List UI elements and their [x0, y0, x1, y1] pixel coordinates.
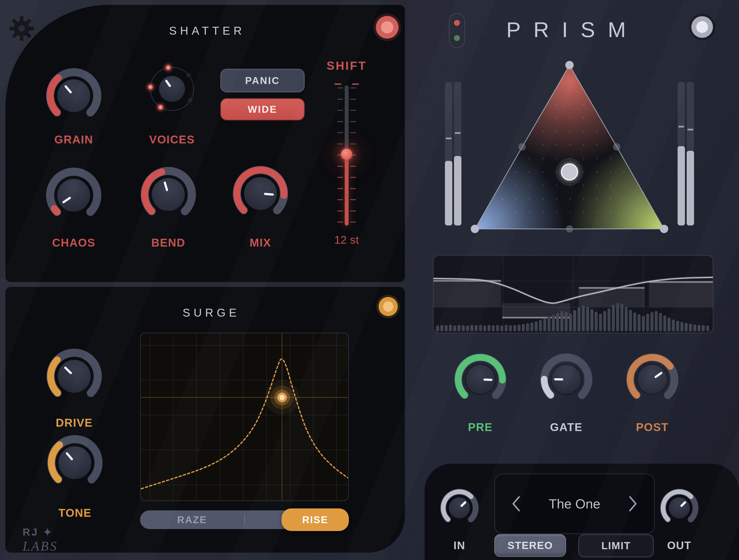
mix-label: MIX — [224, 236, 297, 249]
plugin-window: SHATTER GRAIN VOICES CHAOS BEND MIX PANI… — [0, 0, 739, 560]
wide-button[interactable]: WIDE — [220, 98, 305, 120]
mode-raze[interactable]: RAZE — [140, 510, 244, 529]
post-knob[interactable] — [625, 352, 679, 406]
shatter-power-led[interactable] — [374, 13, 401, 41]
bend-knob[interactable] — [140, 166, 196, 223]
drive-knob[interactable] — [46, 348, 103, 404]
status-dot-green — [454, 35, 460, 41]
mode-rise-active[interactable]: RISE — [282, 509, 349, 531]
mix-knob[interactable] — [232, 165, 289, 222]
prism-triangle-pad[interactable] — [440, 54, 700, 246]
in-label: IN — [432, 539, 486, 552]
prism-power-led[interactable] — [689, 14, 715, 40]
drive-label: DRIVE — [37, 416, 111, 429]
shatter-title: SHATTER — [133, 24, 281, 37]
shift-slider[interactable] — [334, 83, 359, 227]
filter-node[interactable] — [279, 395, 285, 400]
preset-selector[interactable]: The One — [494, 474, 655, 534]
chaos-knob[interactable] — [45, 167, 102, 223]
spectrum-analyzer — [433, 255, 714, 333]
shift-readout: 12 st — [310, 234, 384, 246]
voices-label: VOICES — [135, 133, 209, 146]
shatter-power-led-core — [381, 21, 393, 33]
gate-label: GATE — [530, 420, 603, 434]
in-knob[interactable] — [439, 487, 480, 529]
out-knob[interactable] — [659, 487, 700, 529]
limit-button[interactable]: LIMIT — [578, 534, 654, 557]
triangle-puck[interactable] — [561, 164, 578, 180]
shift-label: SHIFT — [310, 59, 384, 72]
pre-knob[interactable] — [453, 352, 507, 406]
status-dot-red — [454, 20, 460, 26]
preset-next-icon[interactable] — [626, 494, 639, 514]
grain-knob[interactable] — [45, 67, 102, 124]
settings-gear-icon[interactable] — [9, 16, 34, 41]
gate-knob[interactable] — [539, 352, 593, 406]
status-indicator — [449, 13, 465, 48]
pre-label: PRE — [443, 420, 517, 434]
surge-power-led-core — [383, 301, 393, 312]
chaos-label: CHAOS — [37, 236, 111, 249]
brand-logo: RJ ✦ LABS — [23, 526, 58, 554]
bend-label: BEND — [131, 236, 205, 249]
panic-button[interactable]: PANIC — [220, 69, 305, 92]
post-label: POST — [615, 420, 689, 434]
surge-title: SURGE — [138, 306, 285, 319]
voices-knob[interactable] — [144, 61, 200, 117]
prism-power-led-core — [696, 21, 708, 33]
tone-label: TONE — [38, 506, 112, 520]
filter-display[interactable] — [140, 333, 349, 501]
star-icon: ✦ — [43, 526, 53, 538]
tone-knob[interactable] — [47, 434, 103, 491]
prism-title: PRISM — [462, 17, 683, 42]
grain-label: GRAIN — [37, 133, 111, 146]
stereo-button[interactable]: STEREO — [494, 534, 566, 557]
out-label: OUT — [652, 539, 706, 552]
surge-power-led[interactable] — [377, 295, 400, 318]
